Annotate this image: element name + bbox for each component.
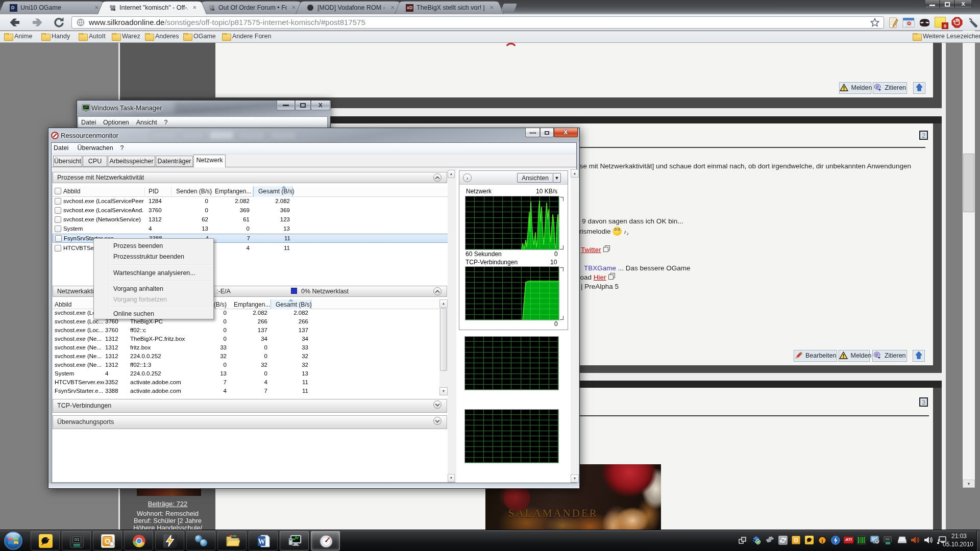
svg-text:i: i: [821, 538, 823, 544]
svg-text:W: W: [258, 538, 265, 545]
